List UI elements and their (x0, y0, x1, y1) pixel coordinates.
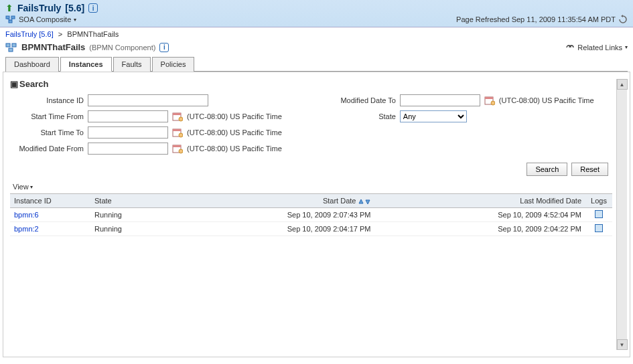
cell-start: Sep 10, 2009 2:04:17 PM (164, 222, 375, 236)
svg-rect-12 (173, 129, 181, 131)
state-label: State (322, 112, 396, 120)
col-logs[interactable]: Logs (585, 194, 612, 208)
link-icon (565, 44, 575, 51)
log-icon[interactable] (595, 210, 603, 218)
instance-id-label: Instance ID (10, 96, 84, 104)
table-header-row: Instance ID State Start Date Last Modifi… (10, 194, 612, 208)
chevron-down-icon: ▾ (30, 184, 33, 190)
sort-icons (358, 199, 371, 205)
info-icon[interactable]: i (159, 43, 169, 52)
cell-state: Running (90, 208, 164, 222)
svg-rect-1 (11, 16, 15, 19)
cell-modified: Sep 10, 2009 2:04:22 PM (375, 222, 586, 236)
log-icon[interactable] (595, 224, 603, 232)
help-icon[interactable]: i (88, 3, 98, 13)
modified-to-input[interactable] (400, 94, 480, 106)
table-row: bpmn:6RunningSep 10, 2009 2:07:43 PMSep … (10, 208, 612, 222)
related-links-menu[interactable]: Related Links ▾ (565, 43, 628, 52)
soa-composite-label: SOA Composite (19, 15, 71, 23)
calendar-icon[interactable] (172, 127, 183, 138)
reset-button[interactable]: Reset (571, 163, 608, 176)
col-start-date[interactable]: Start Date (164, 194, 375, 208)
chevron-down-icon: ▾ (74, 17, 76, 23)
related-links-label: Related Links (577, 43, 622, 52)
svg-point-13 (179, 133, 183, 137)
refresh-icon[interactable] (618, 15, 628, 24)
svg-point-10 (179, 117, 183, 121)
collapse-icon[interactable]: ▣ (10, 79, 18, 89)
soa-composite-menu[interactable]: SOA Composite ▾ (5, 15, 76, 23)
vertical-scrollbar[interactable]: ▲ ▼ (616, 79, 627, 350)
col-instance-id[interactable]: Instance ID (10, 194, 90, 208)
view-menu-label: View (13, 183, 29, 191)
svg-rect-5 (6, 43, 10, 47)
component-icon (5, 43, 17, 52)
svg-rect-7 (9, 48, 13, 52)
composite-icon (5, 15, 16, 23)
tz-text: (UTC-08:00) US Pacific Time (187, 128, 282, 136)
tz-text: (UTC-08:00) US Pacific Time (499, 96, 594, 104)
instances-table: Instance ID State Start Date Last Modifi… (10, 193, 612, 236)
breadcrumb-link-1[interactable]: FailsTruly [5.6] (5, 30, 54, 38)
modified-from-input[interactable] (88, 143, 168, 155)
start-to-input[interactable] (88, 126, 168, 139)
breadcrumb-separator: > (58, 30, 62, 38)
instance-id-link[interactable]: bpmn:2 (14, 225, 39, 233)
page-title: BPMNThatFails (21, 42, 85, 52)
calendar-icon[interactable] (172, 111, 183, 122)
modified-from-label: Modified Date From (10, 145, 84, 153)
page-refreshed-text: Page Refreshed Sep 11, 2009 11:35:54 AM … (456, 15, 616, 23)
scroll-up-arrow[interactable]: ▲ (617, 79, 628, 90)
breadcrumb-current: BPMNThatFails (67, 30, 119, 38)
svg-rect-0 (6, 16, 9, 19)
app-version: [5.6] (65, 3, 84, 13)
search-button[interactable]: Search (526, 163, 567, 176)
instance-id-link[interactable]: bpmn:6 (14, 211, 39, 219)
svg-rect-9 (173, 113, 181, 115)
view-menu[interactable]: View ▾ (10, 181, 36, 192)
tab-instances[interactable]: Instances (60, 57, 112, 72)
start-from-label: Start Time From (10, 112, 84, 120)
col-state[interactable]: State (90, 194, 164, 208)
cell-start: Sep 10, 2009 2:07:43 PM (164, 208, 375, 222)
state-select[interactable]: Any (400, 110, 467, 122)
start-from-input[interactable] (88, 110, 168, 122)
tab-faults[interactable]: Faults (113, 57, 151, 72)
search-heading: Search (19, 79, 48, 89)
calendar-icon[interactable] (172, 143, 183, 154)
breadcrumb: FailsTruly [5.6] > BPMNThatFails (0, 27, 633, 41)
col-last-modified[interactable]: Last Modified Date (375, 194, 586, 208)
cell-state: Running (90, 222, 164, 236)
svg-rect-6 (12, 43, 16, 47)
scroll-down-arrow[interactable]: ▼ (617, 339, 628, 350)
page-subtitle: (BPMN Component) (89, 43, 155, 52)
svg-point-19 (491, 101, 495, 105)
tab-policies[interactable]: Policies (152, 57, 195, 72)
chevron-down-icon: ▾ (625, 44, 628, 50)
modified-to-label: Modified Date To (322, 96, 396, 104)
up-arrow-icon: ⬆ (5, 3, 13, 13)
svg-rect-18 (485, 97, 493, 99)
tab-dashboard[interactable]: Dashboard (5, 57, 59, 72)
instance-id-input[interactable] (88, 94, 208, 106)
tz-text: (UTC-08:00) US Pacific Time (187, 112, 282, 120)
tz-text: (UTC-08:00) US Pacific Time (187, 145, 282, 153)
calendar-icon[interactable] (484, 95, 495, 106)
app-title: FailsTruly (17, 3, 61, 13)
svg-point-16 (179, 149, 183, 153)
table-row: bpmn:2RunningSep 10, 2009 2:04:17 PMSep … (10, 222, 612, 236)
start-to-label: Start Time To (10, 128, 84, 136)
svg-rect-2 (9, 20, 12, 23)
svg-rect-15 (173, 145, 181, 147)
col-start-date-label: Start Date (323, 197, 356, 205)
cell-modified: Sep 10, 2009 4:52:04 PM (375, 208, 586, 222)
